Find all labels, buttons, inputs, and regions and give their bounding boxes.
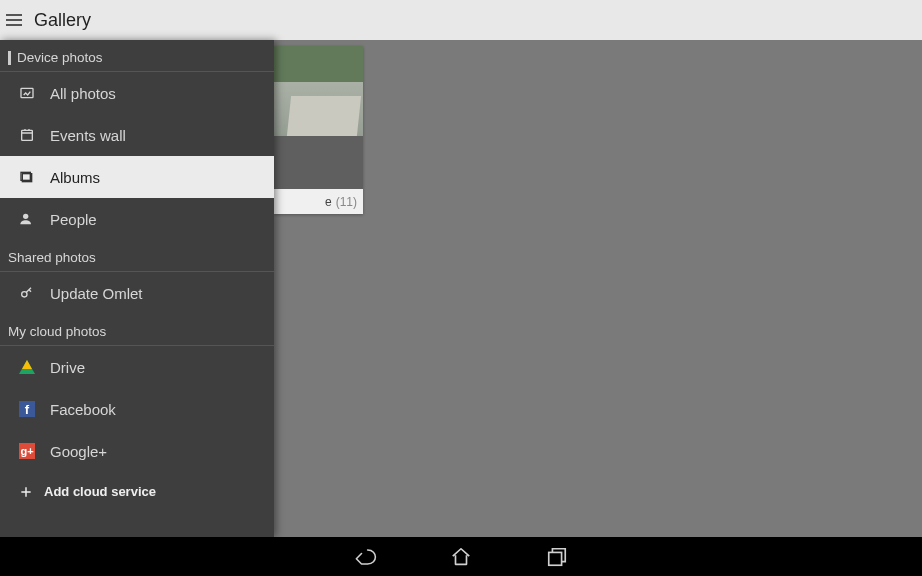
sidebar-item-people[interactable]: People	[0, 198, 274, 240]
svg-rect-0	[21, 88, 33, 97]
sidebar-item-drive[interactable]: Drive	[0, 346, 274, 388]
sidebar-item-albums[interactable]: Albums	[0, 156, 274, 198]
sidebar-item-label: Facebook	[50, 401, 116, 418]
sidebar-item-label: Events wall	[50, 127, 126, 144]
section-device-photos: Device photos	[0, 40, 274, 72]
album-count: (11)	[336, 195, 357, 209]
system-nav-bar	[0, 537, 922, 576]
sidebar-item-google-plus[interactable]: g+ Google+	[0, 430, 274, 472]
add-cloud-service[interactable]: Add cloud service	[0, 472, 274, 499]
section-shared-label: Shared photos	[8, 250, 96, 265]
albums-icon	[16, 169, 38, 185]
section-shared-photos: Shared photos	[0, 240, 274, 272]
sidebar-item-label: Albums	[50, 169, 100, 186]
sidebar-item-label: People	[50, 211, 97, 228]
svg-rect-1	[22, 130, 33, 140]
google-plus-icon: g+	[16, 443, 38, 459]
section-my-cloud-photos: My cloud photos	[0, 314, 274, 346]
plus-icon	[16, 485, 36, 499]
sidebar-item-all-photos[interactable]: All photos	[0, 72, 274, 114]
svg-rect-6	[549, 552, 562, 565]
add-cloud-label: Add cloud service	[44, 484, 156, 499]
facebook-icon: f	[16, 401, 38, 417]
sidebar-item-facebook[interactable]: f Facebook	[0, 388, 274, 430]
sidebar-item-label: Google+	[50, 443, 107, 460]
album-title-suffix: e	[325, 195, 332, 209]
album-thumbnail	[274, 46, 363, 189]
key-icon	[16, 285, 38, 301]
home-button[interactable]	[448, 544, 474, 570]
sidebar-item-label: Drive	[50, 359, 85, 376]
navigation-drawer: Device photos All photos Events wall Alb…	[0, 40, 274, 537]
app-title: Gallery	[34, 10, 91, 31]
back-button[interactable]	[352, 544, 378, 570]
section-cloud-label: My cloud photos	[8, 324, 106, 339]
album-card[interactable]: e (11)	[274, 46, 363, 214]
sidebar-item-label: All photos	[50, 85, 116, 102]
svg-point-5	[22, 292, 27, 297]
sidebar-item-update-omlet[interactable]: Update Omlet	[0, 272, 274, 314]
photos-icon	[16, 85, 38, 101]
menu-icon[interactable]	[4, 10, 24, 30]
section-device-label: Device photos	[17, 50, 103, 65]
sidebar-item-label: Update Omlet	[50, 285, 143, 302]
drive-icon	[16, 360, 38, 374]
album-caption: e (11)	[274, 189, 363, 214]
section-marker-icon	[8, 51, 11, 65]
action-bar: Gallery	[0, 0, 922, 40]
recents-button[interactable]	[544, 544, 570, 570]
svg-point-4	[23, 214, 28, 219]
people-icon	[16, 211, 38, 227]
calendar-icon	[16, 127, 38, 143]
sidebar-item-events-wall[interactable]: Events wall	[0, 114, 274, 156]
